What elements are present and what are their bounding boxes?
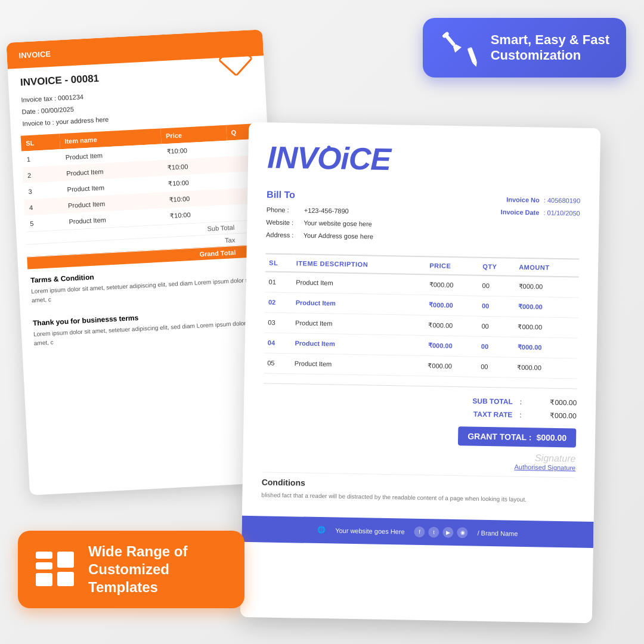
- invoice-back-table: SL Item name Price Q 1 Product Item ₹10:…: [21, 123, 263, 232]
- social-icons: f t ▶ ◉: [414, 527, 467, 538]
- invoice-front-table: SL ITEME DESCRIPTION PRICE QTY AMOUNT 01…: [264, 253, 579, 379]
- invoice-info: Invoice No : 405680190 Invoice Date : 01…: [500, 193, 581, 246]
- scene: INVOICE INVOICE - 00081 Invoice tax : 00…: [0, 0, 644, 644]
- badge-wide-text: Wide Range of Customized Templates: [88, 543, 187, 596]
- twitter-icon: t: [428, 527, 439, 537]
- svg-rect-8: [57, 552, 74, 568]
- invoice-footer: 🌐 Your website goes Here f t ▶ ◉ / Brand…: [242, 515, 594, 547]
- totals-section: SUB TOTAL : ₹000.00 TAXT RATE : ₹000.00: [263, 383, 577, 422]
- invoice-back-header-label: INVOICE: [18, 49, 51, 60]
- invoice-front-title: INVOiCE: [267, 139, 581, 180]
- invoice-front: INVOiCE Bill To Phone : +123-456-7890 We…: [240, 122, 600, 623]
- bill-to: Bill To Phone : +123-456-7890 Website : …: [266, 189, 374, 243]
- svg-rect-9: [36, 562, 52, 569]
- youtube-icon: ▶: [442, 527, 453, 537]
- footer-brand: / Brand Name: [477, 529, 518, 537]
- svg-rect-0: [219, 43, 252, 76]
- front-header-qty: QTY: [479, 257, 516, 275]
- badge-wide-title: Wide Range of Customized Templates: [88, 543, 187, 596]
- front-terms-section: Conditions blished fact that a reader wi…: [261, 472, 575, 509]
- smart-icons-group: [439, 30, 481, 66]
- bill-address: Address : Your Address gose here: [266, 228, 373, 243]
- grid-icon: [35, 550, 76, 589]
- badge-smart-text: Smart, Easy & Fast Customization: [491, 32, 609, 64]
- svg-rect-10: [36, 573, 52, 586]
- wrench-icon: [439, 30, 463, 54]
- svg-rect-11: [57, 572, 74, 586]
- diamond-corner: [218, 42, 253, 79]
- badge-wide: Wide Range of Customized Templates: [18, 531, 244, 608]
- instagram-icon: ◉: [457, 527, 467, 538]
- badge-smart: Smart, Easy & Fast Customization: [423, 18, 626, 78]
- facebook-icon: f: [414, 527, 425, 537]
- signature-block: Signature Authorised Signature: [514, 452, 575, 471]
- signature-section: Signature Authorised Signature: [262, 442, 576, 477]
- front-header-amount: AMOUNT: [515, 258, 579, 277]
- bill-section: Bill To Phone : +123-456-7890 Website : …: [266, 189, 580, 246]
- invoice-front-body: INVOiCE Bill To Phone : +123-456-7890 We…: [242, 122, 600, 522]
- invoice-back-table-wrap: SL Item name Price Q 1 Product Item ₹10:…: [11, 123, 273, 232]
- front-header-desc: ITEME DESCRIPTION: [293, 254, 426, 274]
- footer-website: Your website goes Here: [335, 527, 405, 535]
- grant-total-box: GRANT TOTAL : $000.00: [458, 426, 576, 447]
- badge-smart-title: Smart, Easy & Fast Customization: [491, 32, 609, 64]
- svg-rect-7: [36, 552, 52, 559]
- front-header-price: PRICE: [426, 256, 479, 275]
- back-table-header-sl: SL: [21, 134, 60, 151]
- pencil-icon: [462, 46, 484, 69]
- front-header-sl: SL: [265, 253, 293, 272]
